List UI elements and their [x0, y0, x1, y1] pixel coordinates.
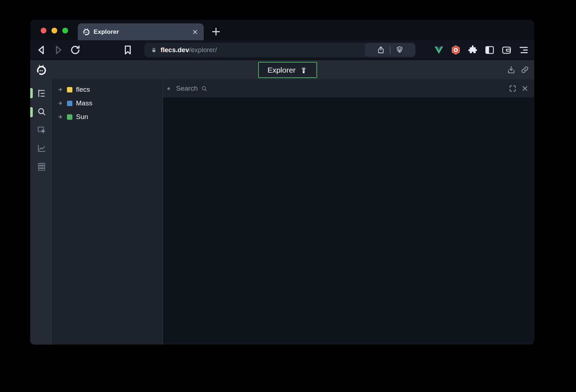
flecs-logo-icon: [36, 64, 47, 76]
window-zoom-button[interactable]: [62, 28, 68, 33]
expand-arrow-icon[interactable]: [57, 86, 64, 93]
url-domain: flecs.dev: [161, 46, 189, 54]
status-dot: [167, 87, 170, 90]
share-icon[interactable]: [377, 46, 385, 54]
tree-item-flecs[interactable]: flecs: [53, 83, 162, 96]
bookmark-icon[interactable]: [122, 44, 134, 56]
module-color-swatch: [67, 87, 72, 92]
tree-panel-active-indicator: [30, 88, 33, 98]
fullscreen-icon[interactable]: [508, 84, 517, 93]
table-rows-icon[interactable]: [35, 160, 48, 173]
search-magnifier-icon: [201, 85, 208, 92]
tree-item-label: flecs: [76, 86, 90, 94]
tree-item-label: Sun: [76, 113, 88, 121]
tree-item-mass[interactable]: Mass: [53, 96, 162, 110]
link-icon[interactable]: [520, 65, 530, 74]
hexagon-extension-icon[interactable]: [450, 45, 461, 55]
explorer-sidebar: [30, 79, 53, 345]
menu-icon[interactable]: [518, 45, 529, 55]
reload-icon[interactable]: [69, 44, 81, 56]
vue-devtools-icon[interactable]: [433, 45, 444, 55]
new-tab-button[interactable]: [211, 26, 221, 37]
browser-tab-explorer[interactable]: Explorer: [78, 23, 204, 40]
download-icon[interactable]: [507, 65, 516, 74]
traffic-lights: [41, 28, 68, 33]
search-panel-header: Search: [163, 79, 534, 98]
url-path: /explorer/: [189, 46, 217, 54]
expand-arrow-icon[interactable]: [57, 100, 64, 107]
back-icon[interactable]: [35, 44, 48, 56]
explorer-header: Explorer: [30, 60, 534, 79]
entity-color-swatch: [67, 114, 72, 120]
explorer-title-button[interactable]: Explorer: [258, 62, 317, 78]
query-results-area[interactable]: [163, 98, 534, 345]
flecs-favicon-icon: [82, 28, 90, 36]
tree-item-sun[interactable]: Sun: [53, 110, 162, 124]
tree-outline-icon[interactable]: [35, 87, 48, 100]
desktop-background: Explorer: [0, 0, 576, 392]
tab-title: Explorer: [94, 28, 188, 36]
explorer-header-actions: [507, 60, 530, 79]
search-icon[interactable]: [35, 105, 48, 118]
entity-tree-panel: flecs Mass: [53, 79, 163, 345]
window-close-button[interactable]: [41, 28, 46, 33]
explorer-title: Explorer: [267, 66, 296, 74]
close-panel-icon[interactable]: [521, 85, 529, 92]
toolbar-divider: [390, 46, 391, 54]
tree-item-label: Mass: [76, 99, 92, 107]
tab-bar: Explorer: [30, 20, 534, 40]
tab-close-icon[interactable]: [191, 28, 199, 36]
extension-icons: [433, 45, 529, 55]
urlbar-actions: [365, 43, 415, 57]
browser-window: Explorer: [30, 20, 534, 345]
explorer-body: flecs Mass: [30, 79, 534, 345]
inspector-icon[interactable]: [35, 123, 48, 136]
forward-icon[interactable]: [52, 44, 64, 56]
remote-connection-icon: [300, 66, 308, 74]
brave-shield-icon[interactable]: [395, 46, 404, 54]
sidebar-toggle-icon[interactable]: [484, 45, 495, 55]
search-panel-title: Search: [176, 85, 198, 92]
address-bar[interactable]: flecs.dev/explorer/: [144, 43, 415, 57]
lock-icon: [150, 47, 157, 54]
search-panel-active-indicator: [30, 107, 33, 117]
browser-toolbar: flecs.dev/explorer/: [30, 40, 534, 60]
line-chart-icon[interactable]: [35, 142, 48, 155]
expand-arrow-icon[interactable]: [57, 113, 64, 120]
search-panel: Search: [163, 79, 534, 345]
component-color-swatch: [67, 101, 72, 106]
wallet-icon[interactable]: [501, 45, 512, 55]
window-minimize-button[interactable]: [51, 28, 57, 33]
extensions-puzzle-icon[interactable]: [467, 45, 478, 55]
